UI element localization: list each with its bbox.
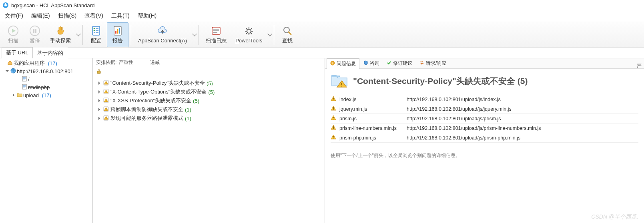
svg-rect-6: [35, 29, 36, 33]
lock-icon: [96, 70, 102, 76]
detail-panel: i 问题信息 咨询 修订建议 请求/响应 "Content-Security-P…: [325, 58, 644, 223]
svg-rect-45: [333, 98, 333, 99]
search-icon: [281, 25, 294, 36]
tab-issue-info[interactable]: i 问题信息: [327, 58, 359, 69]
log-icon: [210, 25, 223, 36]
issue-count: (5): [207, 80, 213, 86]
svg-rect-54: [333, 126, 333, 128]
svg-rect-18: [97, 71, 100, 74]
tree-host[interactable]: http://192.168.0.102:801: [0, 67, 92, 75]
tree-toggle[interactable]: [97, 107, 102, 112]
issue-group-row[interactable]: 发现可能的服务器路径泄露模式 (1): [94, 114, 323, 123]
appscan-connect-button[interactable]: AppScan Connect(A): [134, 22, 191, 47]
chevron-down-icon[interactable]: [192, 32, 197, 36]
svg-rect-5: [33, 29, 34, 33]
svg-rect-43: [341, 86, 342, 87]
svg-rect-52: [333, 119, 333, 119]
sort-order[interactable]: 递减: [150, 59, 160, 66]
tab-request-response[interactable]: 请求/响应: [416, 58, 449, 68]
svg-rect-26: [106, 92, 106, 93]
svg-rect-22: [106, 84, 106, 84]
issue-count: (5): [208, 89, 215, 95]
issue-group-row[interactable]: "X-Content-Type-Options"头缺失或不安全 (5): [94, 88, 323, 96]
sort-severity[interactable]: 严重性: [119, 59, 133, 66]
url-row[interactable]: prism.jshttp://192.168.0.102:801/upload/…: [331, 114, 638, 123]
watermark: CSDN @半个西瓜.: [591, 213, 638, 221]
tab-advisory[interactable]: 咨询: [360, 58, 383, 68]
svg-rect-57: [333, 136, 333, 137]
svg-rect-51: [333, 117, 333, 118]
tree-toggle[interactable]: [97, 90, 102, 94]
issue-count: (1): [185, 107, 191, 113]
svg-rect-30: [106, 101, 106, 102]
pause-button[interactable]: 暂停: [24, 22, 46, 47]
app-icon: [2, 2, 9, 8]
find-button[interactable]: 查找: [277, 22, 298, 47]
url-text: http://192.168.0.102:801/upload/js/prism…: [407, 135, 520, 141]
folder-warning-icon: [331, 73, 348, 89]
issue-group-row[interactable]: "Content-Security-Policy"头缺失或不安全 (5): [94, 79, 323, 88]
svg-rect-10: [117, 29, 118, 34]
toolbar: 扫描 暂停 手动探索 配置 报告 AppScan Connect(A) 扫描日志: [0, 22, 644, 48]
issue-label: 跨帧脚本编制防御缺失或不安全: [110, 106, 183, 113]
chevron-down-icon[interactable]: [76, 32, 80, 36]
issue-group-row[interactable]: 跨帧脚本编制防御缺失或不安全 (1): [94, 105, 323, 114]
menu-help[interactable]: 帮助(H): [138, 12, 156, 20]
url-text: http://192.168.0.102:801/upload/js/prism…: [407, 125, 541, 131]
tree-item-rmdir[interactable]: rmdir.php: [0, 83, 92, 91]
shield-icon: [363, 60, 368, 66]
tree-root[interactable]: 我的应用程序 (17): [0, 59, 92, 67]
menu-scan[interactable]: 扫描(S): [58, 12, 77, 20]
menu-view[interactable]: 查看(V): [84, 12, 103, 20]
warning-icon: [331, 106, 336, 112]
url-row[interactable]: prism-line-numbers.min.jshttp://192.168.…: [331, 123, 638, 133]
toolbar-separator: [82, 25, 83, 45]
svg-rect-37: [106, 117, 106, 118]
issue-group-row[interactable]: "X-XSS-Protection"头缺失或不安全 (5): [94, 96, 323, 105]
page-icon: [22, 84, 27, 91]
scan-log-button[interactable]: 扫描日志: [201, 22, 231, 47]
chevron-down-icon[interactable]: [268, 32, 272, 36]
manual-explore-button[interactable]: 手动探索: [46, 22, 75, 47]
tree-toggle[interactable]: [97, 98, 102, 103]
globe-icon: [10, 68, 16, 75]
toolbar-separator: [199, 25, 199, 45]
warning-icon: [103, 89, 109, 96]
report-icon: [111, 25, 124, 36]
url-row[interactable]: jquery.min.jshttp://192.168.0.102:801/up…: [331, 104, 638, 114]
svg-text:i: i: [332, 62, 333, 65]
tree-toggle[interactable]: [97, 116, 102, 121]
tree-toggle[interactable]: [97, 81, 102, 86]
url-text: http://192.168.0.102:801/upload/js/jquer…: [407, 106, 512, 112]
powertools-button[interactable]: PowerTools: [231, 22, 267, 47]
svg-rect-29: [106, 100, 106, 101]
menu-bar: 文件(F) 编辑(E) 扫描(S) 查看(V) 工具(T) 帮助(H): [0, 10, 644, 22]
play-icon: [7, 25, 20, 36]
menu-edit[interactable]: 编辑(E): [31, 12, 50, 20]
tab-content-based[interactable]: 基于内容的: [33, 48, 68, 58]
tab-fix[interactable]: 修订建议: [383, 58, 415, 68]
report-button[interactable]: 报告: [107, 22, 128, 47]
tree-item-root-slash[interactable]: /: [0, 75, 92, 83]
svg-rect-9: [115, 31, 116, 34]
tree-toggle[interactable]: [5, 69, 10, 74]
tree-toggle[interactable]: [11, 93, 16, 98]
issue-label: "Content-Security-Policy"头缺失或不安全: [110, 80, 205, 87]
url-row[interactable]: index.jshttp://192.168.0.102:801/upload/…: [331, 95, 638, 104]
menu-tools[interactable]: 工具(T): [111, 12, 130, 20]
tab-url-based[interactable]: 基于 URL: [2, 47, 33, 58]
issue-label: "X-XSS-Protection"头缺失或不安全: [110, 97, 191, 104]
warning-icon: [103, 115, 109, 122]
toolbar-separator: [274, 25, 274, 45]
svg-rect-49: [333, 109, 333, 110]
config-button[interactable]: 配置: [85, 22, 107, 47]
tree-item-upload[interactable]: upload (17): [0, 91, 92, 99]
gear-icon: [243, 26, 255, 37]
main-area: 我的应用程序 (17) http://192.168.0.102:801 / r…: [0, 58, 644, 223]
menu-file[interactable]: 文件(F): [5, 12, 23, 20]
svg-rect-7: [92, 26, 100, 35]
svg-rect-1: [5, 3, 6, 4]
svg-rect-48: [333, 107, 333, 109]
url-row[interactable]: prism-php.min.jshttp://192.168.0.102:801…: [331, 133, 638, 143]
scan-button[interactable]: 扫描: [2, 22, 24, 47]
